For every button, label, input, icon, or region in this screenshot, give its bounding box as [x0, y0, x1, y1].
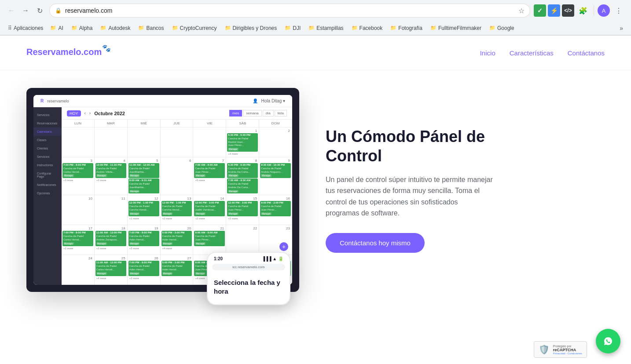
cal-cell-14[interactable]: 14 12:00 PM - 3:00 PM Cancha de Padel Ju… — [193, 195, 226, 225]
cal-event[interactable]: 9:30 AM - 10:30 PM Cancha de Padel André… — [260, 163, 291, 178]
cal-add-event-button[interactable]: + — [279, 242, 288, 251]
bookmark-fotografia[interactable]: 📁 Fotografía — [387, 24, 426, 33]
cal-cell-empty4[interactable] — [161, 127, 194, 157]
extension-dark-icon[interactable]: </> — [562, 4, 574, 17]
cal-more-events[interactable]: +2 more — [62, 247, 93, 250]
cal-cell-7[interactable]: 7 7:00 AM - 8:00 AM Cancha de Padel Juan… — [193, 157, 226, 195]
bookmark-facebook[interactable]: 📁 Facebook — [348, 24, 386, 33]
bookmarks-more-button[interactable]: » — [617, 23, 626, 33]
cal-prev-button[interactable]: ‹ — [84, 111, 86, 116]
sidebar-clases[interactable]: Clases — [33, 136, 62, 144]
cal-cell-2[interactable]: 2 — [259, 127, 292, 157]
extension-blue-icon[interactable]: ⚡ — [548, 4, 560, 17]
cal-cell-13[interactable]: 13 12:00 PM - 1:00 PM Cancha de Padel Ca… — [161, 195, 194, 225]
extension-green-icon[interactable]: ✓ — [534, 4, 546, 17]
cal-more-events[interactable]: +2 more — [128, 277, 159, 280]
cal-event[interactable]: 10:00 PM - 11:30 PM Cancha de Padel Andr… — [95, 163, 126, 178]
cal-cell-6[interactable]: 6 — [161, 157, 194, 195]
cal-view-mes[interactable]: mes — [229, 110, 242, 116]
cal-event[interactable]: 5:00 PM - 3:00 PM Cancha de Padel Adán H… — [161, 231, 192, 246]
cal-view-semana[interactable]: semana — [243, 110, 261, 116]
bookmark-alpha[interactable]: 📁 Alpha — [68, 24, 96, 33]
cal-cell-26[interactable]: 26 7:00 PM - 8:00 PM Cancha de Padel Adá… — [128, 255, 161, 285]
cal-cell-10[interactable]: 10 — [62, 195, 95, 225]
extensions-puzzle-icon[interactable]: 🧩 — [576, 4, 590, 18]
back-button[interactable]: ← — [5, 4, 18, 17]
cal-cell-18[interactable]: 18 11:00 AM - 12:00 PM Cancha de Padel A… — [95, 225, 128, 255]
nav-contactanos[interactable]: Contáctanos — [568, 49, 605, 57]
bookmark-ai[interactable]: 📁 AI — [47, 24, 66, 33]
cal-cell-24[interactable]: 24 — [62, 255, 95, 285]
address-bar[interactable]: 🔒 ☆ — [49, 4, 530, 18]
cal-event[interactable]: 8:00 AM - 9:31 AM Cancha de Padel JuanMa… — [128, 178, 159, 193]
cal-cell-20[interactable]: 20 5:00 PM - 3:00 PM Cancha de Padel Adá… — [161, 225, 194, 255]
cal-cell-empty3[interactable] — [128, 127, 161, 157]
cal-view-dia[interactable]: día — [263, 110, 274, 116]
cal-event[interactable]: 5:00 PM - 3:00 PM Cancha de Padel Adán H… — [161, 261, 192, 276]
cal-cell-4[interactable]: 4 10:00 PM - 11:30 PM Cancha de Padel An… — [95, 157, 128, 195]
cal-more-events[interactable]: +2 more — [128, 247, 159, 250]
reload-button[interactable]: ↻ — [33, 4, 46, 17]
sidebar-pago[interactable]: Configurar Pago — [33, 169, 62, 181]
cal-event[interactable]: 7:00 PM - 8:00 PM Cancha de Padel Carlos… — [62, 163, 93, 178]
cal-more-events[interactable]: +1 more — [128, 217, 159, 220]
cal-view-lista[interactable]: lista — [275, 110, 287, 116]
whatsapp-fab-button[interactable] — [596, 329, 620, 353]
cal-cell-27[interactable]: 27 5:00 PM - 3:00 PM Cancha de Padel Adá… — [161, 255, 194, 285]
cal-cell-17[interactable]: 17 7:00 PM - 8:00 PM Cancha de Padel Car… — [62, 225, 95, 255]
cal-cell-12[interactable]: 12 12:00 PM - 1:00 PM Cancha de Padel Ca… — [128, 195, 161, 225]
sidebar-servicios[interactable]: Servicios — [33, 111, 62, 119]
sidebar-notificaciones[interactable]: Notificaciones — [33, 181, 62, 189]
cal-cell-15[interactable]: 15 12:00 PM - 3:00 PM Cancha de Padel Ju… — [226, 195, 259, 225]
cal-more-events[interactable]: +5 more — [194, 178, 225, 182]
bookmark-fulltimefilmmaker[interactable]: 📁 FulltimeFilmmaker — [427, 24, 485, 33]
sidebar-opciones[interactable]: Opciones — [33, 189, 62, 197]
cal-more-events[interactable]: +2 more — [95, 247, 126, 250]
cal-cell-11[interactable]: 11 — [95, 195, 128, 225]
address-input[interactable] — [65, 7, 515, 14]
cal-event[interactable]: 7:00 AM - 8:00 AM Cancha de Padel Juan P… — [194, 163, 225, 178]
cal-event[interactable]: 12:00 PM - 1:00 PM Cancha de Padel Canch… — [128, 201, 159, 216]
bookmark-bancos[interactable]: 📁 Bancos — [135, 24, 167, 33]
bookmark-google[interactable]: 📁 Google — [486, 24, 518, 33]
cal-cell-23[interactable]: 23 + — [259, 225, 292, 255]
cal-next-button[interactable]: › — [89, 111, 91, 116]
cal-cell-9[interactable]: 9 9:30 AM - 10:30 PM Cancha de Padel And… — [259, 157, 292, 195]
more-options-button[interactable]: ⋮ — [612, 4, 626, 18]
cal-more-events[interactable]: +2 more — [95, 178, 126, 182]
cal-more-events[interactable]: +4 more — [95, 277, 126, 280]
cal-event[interactable]: 11:00 AM - 12:00 AM Cancha de Padel Juan… — [128, 163, 159, 178]
cal-cell-22[interactable]: 22 — [226, 225, 259, 255]
forward-button[interactable]: → — [19, 4, 32, 17]
sidebar-clientes[interactable]: Clientes — [33, 144, 62, 153]
cta-button[interactable]: Contáctanos hoy mismo — [326, 233, 425, 253]
cal-cell-empty5[interactable] — [193, 127, 226, 157]
cal-event[interactable]: 11:00 AM - 12:00 PM Cancha de Padel Carl… — [95, 261, 126, 276]
cal-event[interactable]: 9:00 PM - 2:00 PM Cancha de Padel Juan P… — [260, 201, 291, 216]
cal-more-events[interactable]: +2 more — [161, 217, 192, 220]
cal-event[interactable]: 12:00 PM - 3:00 PM Cancha de Padel Juan … — [227, 201, 258, 216]
cal-cell-8[interactable]: 8 5:30 PM - 6:30 PM Cancha de Padel Andr… — [226, 157, 259, 195]
sidebar-reservaciones[interactable]: Reservaciones — [33, 119, 62, 127]
cal-more-events[interactable]: +3 more — [62, 178, 93, 182]
cal-more-events[interactable]: +2 more — [194, 217, 225, 220]
apps-bookmark-item[interactable]: ⠿ Aplicaciones — [5, 24, 46, 33]
cal-event[interactable]: 11:00 AM - 12:00 PM Cancha de Padel Andr… — [95, 231, 126, 246]
sidebar-servicios2[interactable]: Servicios — [33, 153, 62, 161]
bookmark-cryptocurrency[interactable]: 📁 CryptoCurrency — [169, 24, 220, 33]
cal-event[interactable]: 7:00 PM - 8:00 PM Cancha de Padel Adán H… — [128, 231, 159, 246]
cal-event[interactable]: 7:00 PM - 8:00 PM Cancha de Padel Carlos… — [62, 231, 93, 246]
cal-cell-3[interactable]: 3 7:00 PM - 8:00 PM Cancha de Padel Carl… — [62, 157, 95, 195]
bookmark-star-icon[interactable]: ☆ — [518, 7, 525, 15]
cal-event[interactable]: 7:00 PM - 8:00 PM Cancha de Padel Adán H… — [128, 261, 159, 276]
cal-cell-21[interactable]: 21 9:00 AM - 9:00 AM Cancha de Padel Jua… — [193, 225, 226, 255]
cal-cell-19[interactable]: 19 7:00 PM - 8:00 PM Cancha de Padel Adá… — [128, 225, 161, 255]
cal-event[interactable]: 5:30 PM - 6:30 PM Cancha de Padel Andrés… — [227, 163, 258, 178]
bookmark-dji[interactable]: 📁 DJI — [281, 24, 304, 33]
sidebar-calendario[interactable]: Calendario — [33, 127, 62, 136]
cal-cell-1[interactable]: 1 5:30 PM - 6:30 PM Cancha de Padel Rash… — [226, 127, 259, 157]
cal-more-events[interactable]: +4 more — [161, 247, 192, 250]
bookmark-estampillas[interactable]: 📁 Estampillas — [305, 24, 347, 33]
cal-event[interactable]: 5:30 PM - 6:30 PM Cancha de Padel Rashid… — [227, 133, 258, 152]
cal-event[interactable]: 7:30 AM - 8:30 AM Cancha de Padel Andrés… — [227, 178, 258, 193]
